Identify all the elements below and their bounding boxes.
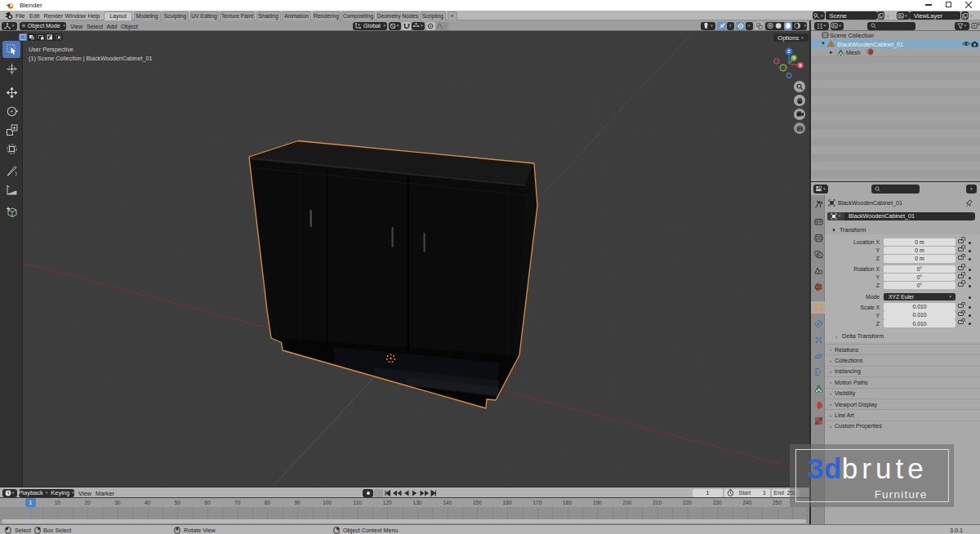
svg-text:0: 0 — [978, 22, 980, 26]
svg-text:X: X — [799, 63, 802, 68]
svg-text:Y: Y — [792, 56, 795, 60]
